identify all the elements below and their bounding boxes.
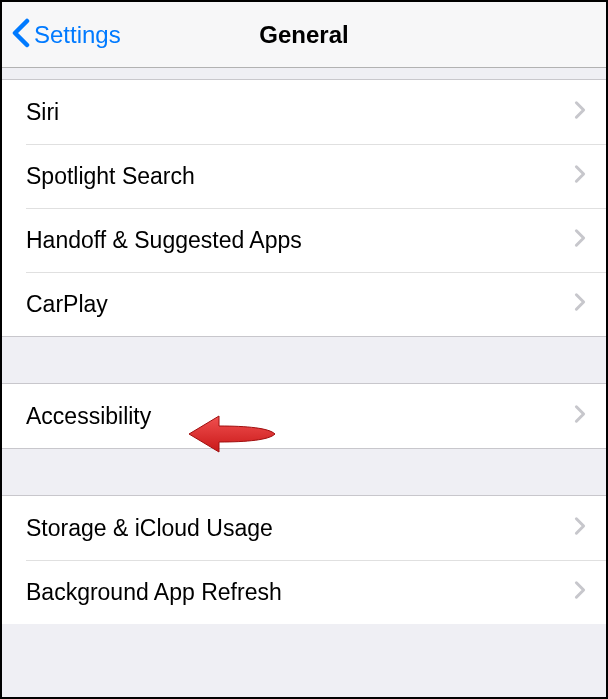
row-label: Storage & iCloud Usage bbox=[26, 515, 273, 542]
list-group-2: Storage & iCloud Usage Background App Re… bbox=[2, 496, 606, 624]
chevron-left-icon bbox=[12, 18, 30, 52]
row-spotlight-search[interactable]: Spotlight Search bbox=[2, 144, 606, 208]
row-label: Spotlight Search bbox=[26, 163, 195, 190]
navbar: Settings General bbox=[2, 2, 606, 68]
row-handoff-suggested-apps[interactable]: Handoff & Suggested Apps bbox=[2, 208, 606, 272]
list-group-1: Accessibility bbox=[2, 384, 606, 448]
row-label: Handoff & Suggested Apps bbox=[26, 227, 302, 254]
row-label: CarPlay bbox=[26, 291, 108, 318]
chevron-right-icon bbox=[574, 580, 586, 604]
chevron-right-icon bbox=[574, 164, 586, 188]
row-background-app-refresh[interactable]: Background App Refresh bbox=[2, 560, 606, 624]
row-label: Background App Refresh bbox=[26, 579, 282, 606]
chevron-right-icon bbox=[574, 228, 586, 252]
chevron-right-icon bbox=[574, 516, 586, 540]
chevron-right-icon bbox=[574, 100, 586, 124]
group-spacer bbox=[2, 448, 606, 496]
list-group-0: Siri Spotlight Search Handoff & Suggeste… bbox=[2, 80, 606, 336]
chevron-right-icon bbox=[574, 404, 586, 428]
back-label: Settings bbox=[34, 21, 121, 49]
row-accessibility[interactable]: Accessibility bbox=[2, 384, 606, 448]
row-siri[interactable]: Siri bbox=[2, 80, 606, 144]
group-spacer bbox=[2, 68, 606, 80]
row-storage-icloud-usage[interactable]: Storage & iCloud Usage bbox=[2, 496, 606, 560]
row-label: Accessibility bbox=[26, 403, 151, 430]
row-label: Siri bbox=[26, 99, 59, 126]
chevron-right-icon bbox=[574, 292, 586, 316]
back-button[interactable]: Settings bbox=[2, 18, 121, 52]
row-carplay[interactable]: CarPlay bbox=[2, 272, 606, 336]
group-spacer bbox=[2, 336, 606, 384]
